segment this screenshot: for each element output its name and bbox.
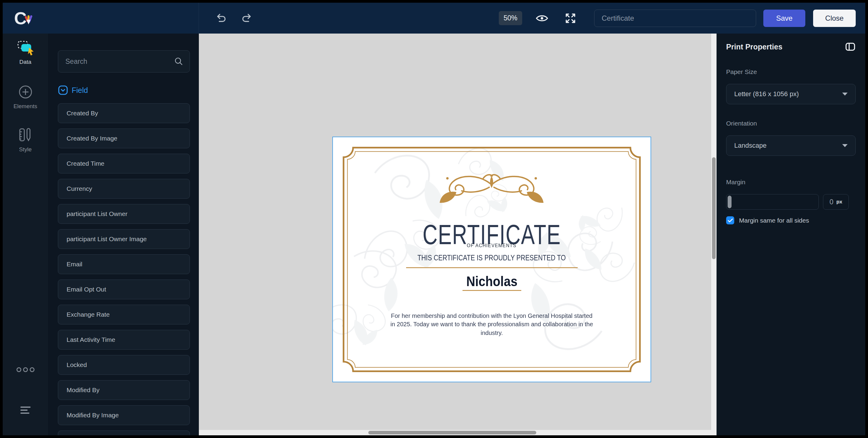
rail-item-data[interactable]: Data xyxy=(3,40,48,65)
design-canvas[interactable]: CERTIFICATE OF ACHIEVEMENTS THIS CERTIFI… xyxy=(199,34,716,435)
logo-zone: C xyxy=(3,3,199,34)
orientation-label: Orientation xyxy=(726,120,856,127)
chevron-down-icon xyxy=(842,144,847,147)
search-icon xyxy=(174,56,184,67)
margin-value: 0 xyxy=(830,198,834,206)
vertical-scrollbar-thumb[interactable] xyxy=(712,157,716,259)
gold-underline xyxy=(463,290,521,291)
field-item[interactable]: Created By xyxy=(58,103,190,123)
rail-item-style[interactable]: Style xyxy=(3,127,48,153)
margin-same-checkbox-row[interactable]: Margin same for all sides xyxy=(726,216,856,225)
certificate-recipient-name[interactable]: Nicholas xyxy=(333,273,651,290)
undo-button[interactable] xyxy=(215,12,228,25)
collapse-panel-icon[interactable] xyxy=(845,42,856,52)
vertical-scrollbar-track[interactable] xyxy=(711,34,716,430)
menu-lines-icon xyxy=(19,406,32,415)
search-input[interactable] xyxy=(58,50,190,72)
paper-size-value: Letter (816 x 1056 px) xyxy=(734,90,799,98)
add-circle-icon xyxy=(18,84,34,100)
field-item[interactable]: participant List Owner Image xyxy=(58,229,190,249)
field-item[interactable]: Created By Image xyxy=(58,129,190,148)
ruler-pencil-icon xyxy=(18,127,34,143)
search-box xyxy=(58,50,190,72)
certificate-subtitle[interactable]: OF ACHIEVEMENTS xyxy=(333,243,651,249)
gold-divider-line xyxy=(406,267,578,268)
undo-icon xyxy=(215,12,228,25)
field-item[interactable]: Modified By Image xyxy=(58,405,190,425)
field-item[interactable]: Modified By xyxy=(58,380,190,400)
field-item-partial[interactable] xyxy=(58,431,190,435)
certificate-page[interactable]: CERTIFICATE OF ACHIEVEMENTS THIS CERTIFI… xyxy=(332,137,651,382)
rail-item-label: Data xyxy=(19,59,31,65)
zoom-level-badge[interactable]: 50% xyxy=(499,11,522,25)
margin-value-box[interactable]: 0 px xyxy=(823,194,849,210)
preview-button[interactable] xyxy=(535,13,549,23)
fields-sidebar: Field Created By Created By Image Create… xyxy=(48,34,199,435)
checkbox-checked[interactable] xyxy=(726,216,734,225)
document-name-input[interactable] xyxy=(594,9,756,27)
certificate-body-text[interactable]: For her membership and contribution with… xyxy=(389,311,595,337)
field-item[interactable]: Email Opt Out xyxy=(58,279,190,299)
eye-icon xyxy=(535,13,549,23)
redo-icon xyxy=(240,12,253,25)
three-dots-icon xyxy=(15,367,36,373)
check-icon xyxy=(727,218,733,223)
field-item[interactable]: participant List Owner xyxy=(58,204,190,224)
field-section-toggle[interactable]: Field xyxy=(58,85,88,95)
certificate-presented-line[interactable]: THIS CERTIFICATE IS PROUDLY PRESENTED TO xyxy=(333,254,651,262)
paper-size-label: Paper Size xyxy=(726,68,856,75)
main-area: Data Elements Style xyxy=(3,34,865,435)
redo-button[interactable] xyxy=(240,12,253,25)
field-item[interactable]: Exchange Rate xyxy=(58,305,190,325)
save-button[interactable]: Save xyxy=(763,9,805,27)
close-button[interactable]: Close xyxy=(813,9,856,27)
horizontal-scrollbar-thumb[interactable] xyxy=(368,431,536,434)
rail-item-label: Elements xyxy=(13,103,37,110)
top-toolbar: C 50% xyxy=(3,3,865,34)
panel-title: Print Properties xyxy=(726,42,782,51)
field-item[interactable]: Currency xyxy=(58,179,190,199)
gold-flourish-ornament xyxy=(440,175,544,203)
chevron-down-icon xyxy=(842,93,847,96)
horizontal-scrollbar-track[interactable] xyxy=(199,430,711,435)
field-item[interactable]: Email xyxy=(58,255,190,274)
field-item[interactable]: Created Time xyxy=(58,154,190,173)
field-list: Created By Created By Image Created Time… xyxy=(58,103,190,435)
app-logo[interactable]: C xyxy=(14,8,40,29)
margin-slider[interactable] xyxy=(726,194,819,210)
logo-feather-icon xyxy=(23,14,33,26)
margin-slider-handle[interactable] xyxy=(727,196,732,208)
data-drag-icon xyxy=(17,40,34,56)
rail-item-elements[interactable]: Elements xyxy=(3,84,48,110)
margin-label: Margin xyxy=(726,178,856,186)
margin-checkbox-label: Margin same for all sides xyxy=(739,217,809,224)
bottom-menu-button[interactable] xyxy=(3,406,48,415)
rail-item-label: Style xyxy=(19,146,31,153)
fullscreen-button[interactable] xyxy=(564,12,577,25)
expand-arrows-icon xyxy=(564,12,577,25)
margin-unit: px xyxy=(836,199,842,205)
left-nav-rail: Data Elements Style xyxy=(3,34,48,435)
orientation-value: Landscape xyxy=(734,142,767,149)
field-item[interactable]: Last Activity Time xyxy=(58,330,190,349)
field-item[interactable]: Locked xyxy=(58,355,190,375)
collapse-chevron-icon xyxy=(58,85,68,95)
more-options-button[interactable] xyxy=(3,367,48,373)
field-section-label: Field xyxy=(72,86,88,95)
paper-size-dropdown[interactable]: Letter (816 x 1056 px) xyxy=(726,84,856,104)
orientation-dropdown[interactable]: Landscape xyxy=(726,135,856,156)
scrollbar-corner xyxy=(711,430,716,435)
app-window: C 50% xyxy=(3,3,865,435)
print-properties-panel: Print Properties Paper Size Letter (816 … xyxy=(716,34,865,435)
